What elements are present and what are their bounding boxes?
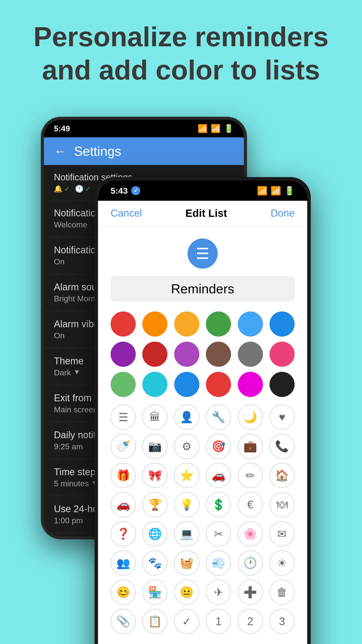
basket-icon[interactable]: 🧺 [174,550,199,576]
icon-row-4: 🚗 🏆 💡 💲 € 🍽 [111,492,295,517]
car-icon[interactable]: 🚗 [206,463,231,488]
color-blue2[interactable] [174,372,199,397]
face-icon[interactable]: 😐 [174,580,199,605]
color-red[interactable] [111,311,136,337]
edit-list-header: Cancel Edit List Done [98,201,307,226]
paw-icon[interactable]: 🐾 [142,550,167,576]
time-front: 5:43 [111,186,128,196]
status-bar-back: 5:49 📶 📶 🔋 [44,120,244,137]
flower-icon[interactable]: 🌸 [238,521,263,546]
car2-icon[interactable]: 🚗 [111,492,136,517]
back-arrow[interactable]: ← [54,144,66,158]
present-icon[interactable]: 🎀 [142,463,167,488]
reminders-input-container[interactable]: Reminders [111,276,295,301]
icon-row-1: ☰ 🏛 👤 🔧 🌙 ♥ [111,405,295,430]
color-yellow[interactable] [174,311,199,337]
briefcase-icon[interactable]: 💼 [238,434,263,459]
person-icon[interactable]: 👤 [174,405,199,430]
cancel-button[interactable]: Cancel [111,208,142,219]
smile-icon[interactable]: 😊 [111,580,136,605]
icon-row-7: 😊 🏪 😐 ✈ ➕ 🗑 [111,580,295,605]
color-purple[interactable] [111,342,136,367]
color-light-green[interactable] [111,372,136,397]
phone-edit-list: 5:43 ✓ 📶 📶 🔋 Cancel Edit List Done ☰ Rem… [95,177,311,644]
hero-title: Personalize reminders and add color to l… [25,20,337,87]
heart-icon[interactable]: ♥ [269,405,295,430]
time-step-value: 5 minutes [54,479,89,488]
bell-check: ✓ [64,185,70,193]
color-pink[interactable] [269,342,295,367]
wrench-icon[interactable]: 🔧 [206,405,231,430]
color-light-purple[interactable] [174,342,199,367]
color-near-black[interactable] [269,372,295,397]
paperclip-icon[interactable]: 📎 [111,609,136,634]
scissors-icon[interactable]: ✂ [206,521,231,546]
signal-icon-back: 📶 [211,124,221,133]
dollar-icon[interactable]: 💲 [206,492,231,517]
trash-icon[interactable]: 🗑 [269,580,295,605]
clock-icon-item: 🕐 ✓ [75,185,91,193]
icon-row-3: 🎁 🎀 ⭐ 🚗 ✏ 🏠 [111,463,295,488]
color-magenta[interactable] [238,372,263,397]
done-button[interactable]: Done [270,208,295,219]
phone-icon[interactable]: 📞 [269,434,295,459]
building-icon[interactable]: 🏠 [269,463,295,488]
list-icon-area[interactable]: ☰ [98,226,307,276]
number1-icon[interactable]: 1 [206,609,231,634]
euro-icon[interactable]: € [238,492,263,517]
color-grid [98,311,307,397]
icon-row-8: 📎 📋 ✓ 1 2 3 [111,609,295,634]
target-icon[interactable]: 🎯 [206,434,231,459]
shop-icon[interactable]: 🏪 [142,580,167,605]
clock-check: ✓ [85,185,91,193]
color-dark-blue[interactable] [269,311,295,337]
bulb-icon[interactable]: 💡 [174,492,199,517]
moon-icon[interactable]: 🌙 [238,405,263,430]
bell-icon-item: 🔔 ✓ [54,185,70,193]
baby-icon[interactable]: 🍼 [111,434,136,459]
bell-icon: 🔔 [54,185,63,193]
number2-icon[interactable]: 2 [238,609,263,634]
question-icon[interactable]: ❓ [111,521,136,546]
camera-icon[interactable]: 📷 [142,434,167,459]
phones-container: 5:49 📶 📶 🔋 ← Settings Notification setti… [0,102,362,580]
icon-grid: ☰ 🏛 👤 🔧 🌙 ♥ 🍼 📷 ⚙ 🎯 💼 📞 🎁 🎀 ⭐ [98,405,307,634]
color-brown[interactable] [206,342,231,367]
pencil-icon[interactable]: ✏ [238,463,263,488]
status-icons-front: 📶 📶 🔋 [257,186,295,196]
globe-icon[interactable]: 🌐 [142,521,167,546]
checkmark-icon[interactable]: ✓ [174,609,199,634]
reminders-input-text[interactable]: Reminders [171,281,234,296]
color-red2[interactable] [206,372,231,397]
icon-row-2: 🍼 📷 ⚙ 🎯 💼 📞 [111,434,295,459]
edit-list-title: Edit List [186,207,227,219]
clock2-icon[interactable]: 🕐 [238,550,263,576]
list-icon-circle: ☰ [188,238,218,269]
plane-icon[interactable]: ✈ [206,580,231,605]
wind-icon[interactable]: 💨 [206,550,231,576]
monitor-icon[interactable]: 💻 [174,521,199,546]
gear-icon[interactable]: ⚙ [174,434,199,459]
settings-header: ← Settings [44,137,244,165]
clipboard-icon[interactable]: 📋 [142,609,167,634]
group-icon[interactable]: 👥 [111,550,136,576]
color-dark-red[interactable] [142,342,167,367]
star-icon[interactable]: ⭐ [174,463,199,488]
wifi-icon-front: 📶 [257,186,267,196]
battery-icon-front: 🔋 [284,186,295,196]
gift-icon[interactable]: 🎁 [111,463,136,488]
trophy-icon[interactable]: 🏆 [142,492,167,517]
color-orange[interactable] [142,311,167,337]
sun-icon[interactable]: ☀ [269,550,295,576]
food-icon[interactable]: 🍽 [269,492,295,517]
color-green[interactable] [206,311,231,337]
list-icon[interactable]: ☰ [111,405,136,430]
color-cyan[interactable] [142,372,167,397]
mail-icon[interactable]: ✉ [269,521,295,546]
plus-circle-icon[interactable]: ➕ [238,580,263,605]
bank-icon[interactable]: 🏛 [142,405,167,430]
clock-icon: 🕐 [75,185,84,193]
number3-icon[interactable]: 3 [269,609,295,634]
color-gray[interactable] [238,342,263,367]
color-light-blue[interactable] [238,311,263,337]
